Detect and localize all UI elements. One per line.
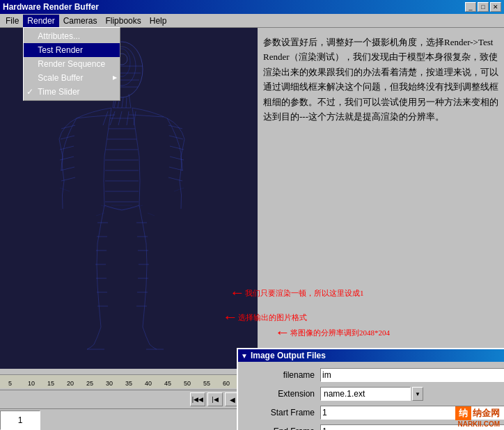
maximize-button[interactable]: □ bbox=[478, 2, 489, 12]
watermark-area: 纳 纳金网 NARKII.COM bbox=[455, 406, 500, 428]
tick-60: 60 bbox=[223, 380, 230, 387]
dropdown-item-time-slider[interactable]: ✓ Time Slider bbox=[24, 85, 120, 99]
submenu-arrow-icon: ▶ bbox=[113, 74, 117, 81]
menu-bar: File Render Attributes... Test Render Re… bbox=[0, 14, 504, 28]
dropdown-item-test-render[interactable]: Test Render bbox=[24, 43, 120, 57]
tick-20: 20 bbox=[67, 380, 74, 387]
extension-row: Extension name.1.ext ▼ bbox=[244, 386, 504, 401]
dropdown-item-scale-buffer[interactable]: Scale Buffer ▶ bbox=[24, 71, 120, 85]
watermark-url: NARKII.COM bbox=[457, 420, 500, 428]
extension-label: Extension bbox=[244, 389, 320, 399]
extension-select: name.1.ext ▼ bbox=[320, 387, 423, 401]
tick-50: 50 bbox=[184, 380, 191, 387]
cameras-menu[interactable]: Cameras bbox=[59, 15, 102, 27]
image-format-arrow-icon: ← bbox=[223, 308, 238, 326]
tick-10: 10 bbox=[28, 380, 35, 387]
flipbooks-menu[interactable]: Flipbooks bbox=[101, 15, 145, 27]
tick-35: 35 bbox=[125, 380, 132, 387]
filename-input[interactable] bbox=[320, 368, 504, 382]
end-frame-arrow-icon: ← bbox=[230, 284, 245, 302]
checkmark-icon: ✓ bbox=[26, 87, 33, 97]
watermark-text: 纳金网 bbox=[473, 407, 500, 420]
dropdown-item-attributes[interactable]: Attributes... bbox=[24, 29, 120, 43]
tick-15: 15 bbox=[47, 380, 54, 387]
dialog-title-arrow-icon: ▼ bbox=[241, 352, 248, 360]
description-text: 参数设置好后，调整好一个摄影机角度，选择Render->Test Render（… bbox=[263, 35, 498, 125]
end-frame-annotation: ← 我们只要渲染一顿，所以这里设成1 bbox=[230, 284, 364, 302]
extension-dropdown-arrow[interactable]: ▼ bbox=[412, 387, 423, 401]
go-start-button[interactable]: |◀◀ bbox=[190, 392, 205, 406]
frame-number: 1 bbox=[18, 415, 23, 425]
image-format-annotation-text: 选择输出的图片格式 bbox=[238, 312, 307, 323]
minimize-button[interactable]: _ bbox=[465, 2, 476, 12]
tick-5: 5 bbox=[8, 380, 12, 387]
window-controls: _ □ ✕ bbox=[465, 2, 501, 12]
help-menu[interactable]: Help bbox=[145, 15, 171, 27]
dialog-title-text: Image Output Files bbox=[251, 351, 326, 360]
close-button[interactable]: ✕ bbox=[490, 2, 501, 12]
start-frame-label: Start Frame bbox=[244, 408, 320, 417]
tick-40: 40 bbox=[145, 380, 152, 387]
tick-30: 30 bbox=[106, 380, 113, 387]
resolution-annotation-text: 将图像的分辨率调到2048*204 bbox=[290, 328, 390, 338]
tick-45: 45 bbox=[164, 380, 171, 387]
render-dropdown: Attributes... Test Render Render Sequenc… bbox=[23, 27, 120, 101]
resolution-annotation: ← 将图像的分辨率调到2048*204 bbox=[275, 324, 390, 342]
tick-55: 55 bbox=[203, 380, 210, 387]
prev-key-button[interactable]: |◀ bbox=[207, 392, 223, 406]
frame-counter[interactable]: 1 bbox=[0, 411, 40, 430]
description-panel: 参数设置好后，调整好一个摄影机角度，选择Render->Test Render（… bbox=[258, 28, 504, 402]
filename-row: filename bbox=[244, 367, 504, 383]
window-title: Hardware Render Buffer bbox=[3, 2, 99, 12]
end-frame-annotation-text: 我们只要渲染一顿，所以这里设成1 bbox=[245, 288, 364, 298]
filename-label: filename bbox=[244, 370, 320, 380]
resolution-arrow-icon: ← bbox=[275, 324, 290, 342]
end-frame-label: End Frame bbox=[244, 427, 320, 430]
extension-select-box[interactable]: name.1.ext bbox=[320, 387, 411, 401]
watermark-logo-area: 纳 纳金网 bbox=[455, 406, 500, 420]
title-bar: Hardware Render Buffer _ □ ✕ bbox=[0, 0, 504, 14]
watermark-logo-box: 纳 bbox=[455, 406, 471, 420]
tick-25: 25 bbox=[86, 380, 93, 387]
file-menu[interactable]: File bbox=[1, 15, 23, 27]
dropdown-item-render-sequence[interactable]: Render Sequence bbox=[24, 57, 120, 71]
render-menu[interactable]: Render Attributes... Test Render Render … bbox=[23, 15, 58, 27]
dialog-title-bar: ▼ Image Output Files bbox=[238, 349, 504, 362]
